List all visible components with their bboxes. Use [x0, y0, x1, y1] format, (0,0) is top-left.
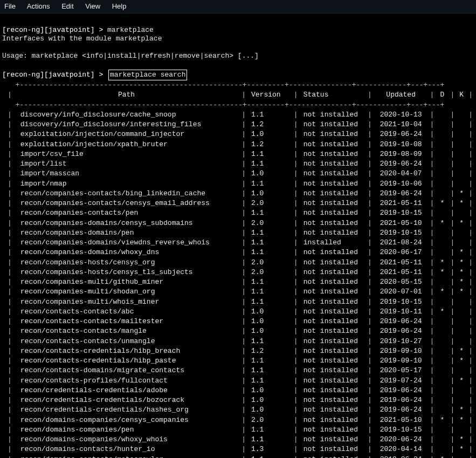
menu-actions[interactable]: Actions	[27, 2, 50, 10]
cell-version: 1.1	[247, 435, 293, 445]
cell-version: 1.1	[247, 376, 293, 386]
cell-status: not installed	[299, 120, 367, 129]
terminal[interactable]: [recon-ng][javatpoint] > marketplace Int…	[0, 13, 476, 458]
cell-updated: 2019-10-15	[373, 425, 429, 435]
cell-status: not installed	[299, 317, 367, 326]
th-k: K	[456, 90, 467, 100]
cell-version: 1.0	[247, 169, 293, 179]
cell-d	[435, 120, 449, 129]
cell-version: 2.0	[247, 218, 293, 228]
cell-path: recon/domains-contacts/hunter_io	[13, 445, 240, 454]
cell-path: recon/contacts-credentials/hibp_paste	[13, 356, 240, 366]
table-row: |recon/contacts-contacts/mangle|1.0|not …	[6, 326, 474, 336]
menu-edit[interactable]: Edit	[61, 2, 73, 10]
table-row: |recon/contacts-contacts/unmangle|1.1|no…	[6, 337, 474, 346]
cell-k: *	[456, 199, 467, 208]
th-version: Version	[247, 90, 293, 100]
table-row: |discovery/info_disclosure/interesting_f…	[6, 120, 474, 129]
cell-version: 1.1	[247, 425, 293, 435]
th-path: Path	[13, 90, 240, 100]
cell-k	[456, 129, 467, 139]
table-row: |recon/companies-domains/pen|1.1|not ins…	[6, 228, 474, 238]
table-border-top: +---------------------------------------…	[6, 80, 456, 90]
menu-help[interactable]: Help	[112, 2, 127, 10]
cell-path: recon/domains-companies/whoxy_whois	[13, 435, 240, 445]
cell-path: recon/companies-multi/github_miner	[13, 277, 240, 287]
cell-status: not installed	[299, 356, 367, 366]
cell-version: 1.1	[247, 455, 293, 459]
cell-version: 1.0	[247, 189, 293, 199]
cell-updated: 2019-10-06	[373, 179, 429, 189]
cell-status: not installed	[299, 228, 367, 238]
cell-updated: 2019-06-24	[373, 129, 429, 139]
cell-status: not installed	[299, 248, 367, 257]
cell-d	[435, 238, 449, 248]
cell-d	[435, 445, 449, 454]
cell-status: not installed	[299, 140, 367, 149]
table-row: |recon/companies-hosts/censys_tls_subjec…	[6, 268, 474, 277]
cell-updated: 2019-10-15	[373, 297, 429, 307]
cell-updated: 2020-05-17	[373, 366, 429, 375]
cell-updated: 2019-10-15	[373, 228, 429, 238]
cell-d: *	[435, 455, 449, 459]
cell-version: 1.3	[247, 445, 293, 454]
cell-path: recon/companies-contacts/censys_email_ad…	[13, 199, 240, 208]
cell-status: not installed	[299, 395, 367, 405]
cell-path: import/list	[13, 159, 240, 169]
cell-path: recon/companies-domains/viewdns_reverse_…	[13, 238, 240, 248]
cell-d	[435, 189, 449, 199]
cell-status: not installed	[299, 455, 367, 459]
cell-updated: 2019-08-09	[373, 149, 429, 159]
cell-status: not installed	[299, 386, 367, 395]
th-status: Status	[299, 90, 367, 100]
cell-path: recon/companies-domains/whoxy_dns	[13, 248, 240, 257]
cell-updated: 2020-05-15	[373, 277, 429, 287]
cell-k	[456, 238, 467, 248]
cell-path: recon/contacts-profiles/fullcontact	[13, 376, 240, 386]
th-d: D	[435, 90, 449, 100]
cell-updated: 2019-06-24	[373, 395, 429, 405]
module-table: +---------------------------------------…	[2, 80, 474, 458]
cell-d	[435, 317, 449, 326]
cell-status: not installed	[299, 435, 367, 445]
cell-version: 1.1	[247, 366, 293, 375]
cell-k	[456, 228, 467, 238]
cell-d	[435, 228, 449, 238]
table-row: |import/nmap|1.1|not installed|2019-10-0…	[6, 179, 474, 189]
table-row: |import/list|1.1|not installed|2019-06-2…	[6, 159, 474, 169]
cell-path: recon/companies-domains/pen	[13, 228, 240, 238]
menu-view[interactable]: View	[85, 2, 100, 10]
cell-d	[435, 376, 449, 386]
table-row: |recon/domains-companies/censys_companie…	[6, 415, 474, 425]
table-row: |recon/companies-contacts/bing_linkedin_…	[6, 189, 474, 199]
cell-k	[456, 169, 467, 179]
cell-path: recon/domains-companies/pen	[13, 425, 240, 435]
cell-version: 1.0	[247, 405, 293, 415]
cell-updated: 2019-06-24	[373, 455, 429, 459]
cell-k	[456, 140, 467, 149]
cell-updated: 2019-06-24	[373, 159, 429, 169]
cell-status: not installed	[299, 218, 367, 228]
cell-path: recon/contacts-contacts/mangle	[13, 326, 240, 336]
cell-d	[435, 337, 449, 346]
cell-path: import/nmap	[13, 179, 240, 189]
table-row: |recon/companies-contacts/censys_email_a…	[6, 199, 474, 208]
cell-updated: 2019-06-24	[373, 405, 429, 415]
menubar: File Actions Edit View Help	[0, 0, 476, 13]
table-row: |recon/contacts-domains/migrate_contacts…	[6, 366, 474, 375]
cell-d	[435, 425, 449, 435]
cell-d: *	[435, 199, 449, 208]
cell-status: not installed	[299, 405, 367, 415]
cell-path: import/masscan	[13, 169, 240, 179]
cell-version: 1.0	[247, 129, 293, 139]
cell-d	[435, 129, 449, 139]
cell-k	[456, 149, 467, 159]
cell-status: not installed	[299, 159, 367, 169]
cell-d	[435, 277, 449, 287]
table-row: |discovery/info_disclosure/cache_snoop|1…	[6, 110, 474, 120]
cell-k	[456, 208, 467, 218]
cell-d	[435, 386, 449, 395]
menu-file[interactable]: File	[4, 2, 16, 10]
cell-version: 1.1	[247, 159, 293, 169]
table-row: |recon/contacts-profiles/fullcontact|1.1…	[6, 376, 474, 386]
